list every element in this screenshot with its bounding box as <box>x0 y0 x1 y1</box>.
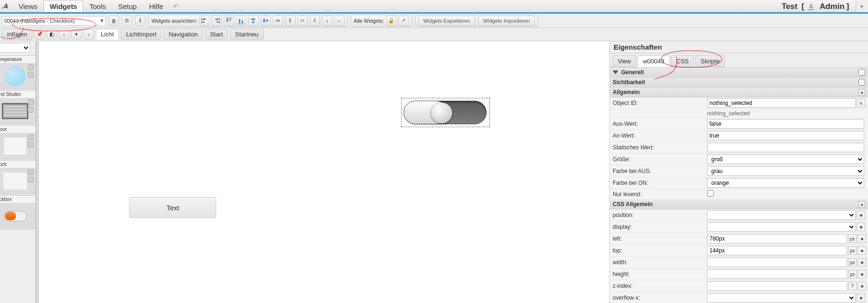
dist-h-icon[interactable]: ⇔ <box>273 16 283 26</box>
nav-prev-icon[interactable]: ‹ <box>59 29 69 40</box>
palette-item-temperature[interactable]: temperature <box>0 55 36 89</box>
prop-tab-widget[interactable]: w00043 <box>638 55 670 67</box>
tab-start[interactable]: Start <box>205 29 228 40</box>
prop-off-value: Aus-Wert: <box>610 118 868 130</box>
copy-widget-icon[interactable]: ⧉ <box>122 16 132 26</box>
on-value-input[interactable] <box>707 131 864 140</box>
group-common-collapse-icon[interactable]: ▴ <box>859 89 865 95</box>
svg-rect-11 <box>242 20 243 23</box>
star-icon[interactable]: ★ <box>858 258 866 267</box>
info-widget-icon[interactable]: ℹ <box>135 16 145 26</box>
on-color-select[interactable]: orange <box>707 178 864 188</box>
object-id-browse-icon[interactable]: ≡ <box>857 99 865 107</box>
star-icon[interactable]: ★ <box>857 294 865 302</box>
unit-px[interactable]: px <box>848 270 857 278</box>
palette-item-door[interactable]: Door <box>0 125 36 159</box>
unit-px[interactable]: px <box>848 258 857 267</box>
svg-rect-8 <box>229 18 231 21</box>
menu-setup[interactable]: Setup <box>112 0 143 12</box>
svg-rect-6 <box>226 17 232 18</box>
menu-tools[interactable]: Tools <box>83 0 112 12</box>
width-input[interactable] <box>707 258 847 267</box>
menu-views[interactable]: Views <box>13 0 44 12</box>
group-visibility[interactable]: Sichtbarkeit <box>610 78 868 87</box>
off-value-input[interactable] <box>707 119 864 129</box>
nav-menu-icon[interactable]: ▾ <box>71 29 82 40</box>
object-id-input[interactable] <box>707 98 856 108</box>
widget-selector[interactable]: 00043 (hqwidgets - Checkbox)▾ <box>2 16 106 26</box>
menu-widgets[interactable]: Widgets <box>43 0 83 12</box>
readonly-checkbox[interactable] <box>707 190 714 197</box>
design-canvas[interactable]: Text <box>39 41 609 303</box>
pin-icon[interactable]: 📌 <box>34 29 45 40</box>
align-label: Widgets ausrichten: <box>152 18 197 24</box>
object-id-hint: nothing_selected <box>707 110 866 117</box>
group-css-collapse-icon[interactable]: ▴ <box>859 201 865 208</box>
palette-item-lock[interactable]: Lock <box>0 160 36 194</box>
star-icon[interactable]: ★ <box>858 282 866 290</box>
off-color-select[interactable]: grau <box>707 166 864 176</box>
prop-readonly: Nur lesend: <box>610 189 868 199</box>
top-input[interactable] <box>707 246 847 255</box>
config-icon[interactable]: ◧ <box>47 29 57 40</box>
align-bottom-icon[interactable] <box>236 16 246 26</box>
import-widgets-button[interactable]: Widgets Importieren <box>478 16 535 26</box>
group-common[interactable]: Allgemein ▴ <box>610 87 868 97</box>
undo-icon[interactable]: ↶ <box>169 0 183 12</box>
height-input[interactable] <box>707 269 847 279</box>
star-icon[interactable]: ★ <box>858 246 866 255</box>
tab-navigation[interactable]: Navigation <box>163 29 202 40</box>
left-input[interactable] <box>707 234 847 243</box>
tab-startneu[interactable]: Startneu <box>230 29 263 40</box>
open-all-icon[interactable]: ↗ <box>398 16 409 26</box>
palette-filter-select[interactable] <box>0 43 30 52</box>
group-general[interactable]: Generell <box>610 68 868 78</box>
delete-widget-icon[interactable]: 🗑 <box>109 16 119 26</box>
star-icon[interactable]: ★ <box>858 234 866 243</box>
star-icon[interactable]: ★ <box>858 270 866 278</box>
align-left-icon[interactable] <box>199 16 210 26</box>
unit-px[interactable]: px <box>848 246 857 255</box>
unit-px[interactable]: px <box>848 234 857 243</box>
widget-checkbox[interactable] <box>401 98 490 127</box>
align-top-icon[interactable] <box>224 16 234 26</box>
prop-tab-view[interactable]: View <box>613 55 636 67</box>
star-icon[interactable]: ★ <box>857 223 865 231</box>
menu-bar: .4 Views Widgets Tools Setup Hilfe ↶ Tes… <box>0 0 868 12</box>
tab-licht[interactable]: Licht <box>96 29 119 40</box>
export-widgets-button[interactable]: Widgets Exportieren <box>418 16 475 26</box>
dist-v2-icon[interactable]: ⫟ <box>334 16 345 26</box>
tab-lichtimport[interactable]: LichtImport <box>121 29 161 40</box>
align-vcenter-icon[interactable] <box>261 16 271 26</box>
size-select[interactable]: groß <box>707 155 864 164</box>
palette-item-checkbox[interactable]: eckbox <box>0 195 36 229</box>
group-css-common[interactable]: CSS Allgemein ▴ <box>610 199 868 209</box>
star-icon[interactable]: ★ <box>857 211 865 219</box>
same-height-icon[interactable]: ⇳ <box>310 16 320 26</box>
group-visibility-toggle[interactable] <box>859 79 865 86</box>
prop-tab-scripts[interactable]: Skripte <box>695 55 725 67</box>
align-right-icon[interactable] <box>211 16 222 26</box>
zindex-help-icon[interactable]: ? <box>848 282 857 290</box>
prop-zindex: z-index: ? ★ <box>610 280 868 292</box>
nav-next-icon[interactable]: › <box>84 29 94 40</box>
lock-all-icon[interactable]: 🔒 <box>386 16 396 26</box>
static-value-input[interactable] <box>707 143 864 152</box>
widget-palette: temperature and Shutter Door Lock <box>0 41 36 303</box>
widget-text[interactable]: Text <box>129 197 216 218</box>
position-select[interactable] <box>707 210 856 220</box>
title-dropdown-icon[interactable]: ▸ <box>856 0 868 12</box>
dist-v-icon[interactable]: ⇕ <box>285 16 295 26</box>
zindex-input[interactable] <box>707 281 847 291</box>
dist-h2-icon[interactable]: ⫞ <box>322 16 332 26</box>
menu-help[interactable]: Hilfe <box>143 0 169 12</box>
display-select[interactable] <box>707 222 856 232</box>
align-hcenter-icon[interactable] <box>248 16 259 26</box>
group-general-toggle[interactable] <box>859 69 865 76</box>
same-width-icon[interactable]: ⬄ <box>297 16 308 26</box>
overflowx-select[interactable] <box>707 293 856 303</box>
prop-tab-css[interactable]: CSS <box>671 55 694 67</box>
insert-tab[interactable]: infügen <box>2 29 33 40</box>
prop-left: left: px ★ <box>610 233 868 245</box>
palette-item-shutter[interactable]: and Shutter <box>0 90 36 124</box>
